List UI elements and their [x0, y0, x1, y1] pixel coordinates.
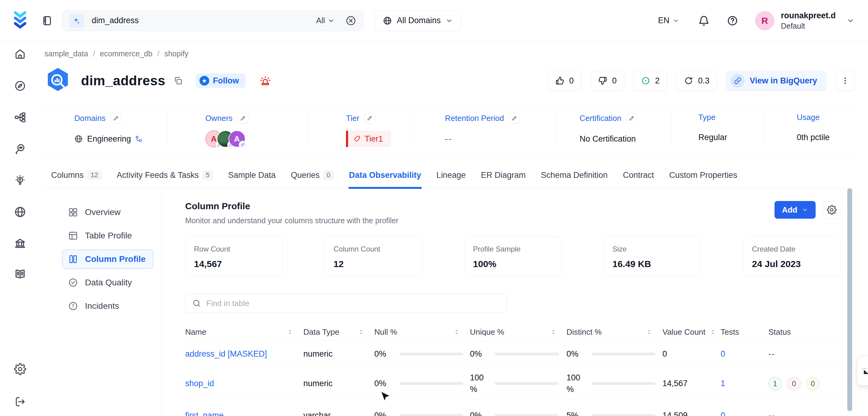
page-title: dim_address: [81, 73, 165, 88]
global-search[interactable]: All: [62, 10, 364, 31]
edit-pencil-icon[interactable]: [364, 113, 375, 124]
nav-data-quality[interactable]: Data Quality: [62, 273, 153, 292]
table-row[interactable]: address_id [MASKED] numeric 0% 0% 0% 0 0…: [185, 340, 841, 367]
check-circle-icon: [68, 278, 78, 288]
column-name-link[interactable]: first_name: [185, 411, 303, 416]
view-in-bigquery-button[interactable]: View in BigQuery: [726, 71, 827, 91]
find-in-table[interactable]: [185, 294, 507, 313]
col-header-distinct-pct[interactable]: Distinct %: [566, 327, 662, 337]
tab-er-diagram[interactable]: ER Diagram: [480, 167, 526, 189]
tab-activity-feeds[interactable]: Activity Feeds & Tasks5: [116, 167, 214, 189]
edit-pencil-icon[interactable]: [626, 113, 637, 124]
alert-siren-icon[interactable]: [259, 74, 272, 87]
sort-icon[interactable]: [288, 329, 292, 335]
domain-value[interactable]: Engineering: [74, 130, 167, 148]
clear-search-icon[interactable]: [345, 15, 356, 27]
tab-columns[interactable]: Columns12: [51, 167, 102, 189]
vertical-scrollbar[interactable]: [847, 188, 852, 411]
stat-created-date: Created Date24 Jul 2023: [743, 236, 841, 277]
sort-icon[interactable]: [359, 329, 363, 335]
column-name-link[interactable]: shop_id: [185, 379, 303, 388]
tests-link[interactable]: 0: [721, 411, 768, 416]
edit-pencil-icon[interactable]: [111, 113, 122, 124]
chevron-down-icon: [328, 17, 335, 24]
owner-avatar[interactable]: A: [228, 130, 246, 148]
stat-profile-sample: Profile Sample100%: [464, 236, 562, 277]
tests-link[interactable]: 0: [721, 349, 768, 359]
sort-icon[interactable]: [551, 329, 556, 335]
sort-icon[interactable]: [455, 329, 459, 335]
table-row[interactable]: first_name varchar 0% 0% 5% 14,509 0 --: [185, 399, 841, 416]
col-header-null-pct[interactable]: Null %: [374, 327, 470, 337]
follow-button[interactable]: ★ Follow: [196, 73, 246, 88]
owner-avatars[interactable]: A A: [205, 130, 246, 148]
insights-icon[interactable]: [13, 174, 27, 187]
nav-incidents[interactable]: Incidents: [62, 297, 153, 316]
column-profile-table: Name Data Type Null % Unique % Distinct …: [185, 324, 841, 416]
breadcrumb-connection[interactable]: sample_data: [44, 49, 88, 58]
language-dropdown[interactable]: EN: [658, 16, 679, 25]
tab-contract[interactable]: Contract: [622, 167, 654, 189]
tier-chip[interactable]: Tier1: [346, 131, 391, 147]
meta-type: Type Regular: [672, 113, 764, 148]
avatar: R: [755, 11, 774, 30]
status-warn-badge: 0: [806, 377, 819, 390]
freshness-button[interactable]: 0.3: [676, 71, 717, 91]
globe-nav-icon[interactable]: [13, 205, 27, 219]
edit-pencil-icon[interactable]: [509, 113, 520, 124]
tests-link[interactable]: 1: [721, 379, 768, 388]
col-header-status[interactable]: Status: [768, 327, 841, 337]
governance-icon[interactable]: [13, 236, 27, 250]
tab-queries[interactable]: Queries0: [290, 167, 334, 189]
tab-sample-data[interactable]: Sample Data: [227, 167, 276, 189]
col-header-name[interactable]: Name: [185, 327, 303, 337]
watchers-button[interactable]: 2: [633, 71, 667, 91]
kebab-menu-button[interactable]: [836, 71, 855, 91]
search-scope-dropdown[interactable]: All: [316, 16, 335, 25]
col-header-data-type[interactable]: Data Type: [303, 327, 374, 337]
column-name-link[interactable]: address_id [MASKED]: [185, 349, 303, 359]
settings-gear-icon[interactable]: [13, 362, 27, 376]
user-menu[interactable]: R rounakpreet.d Default: [755, 11, 855, 30]
help-icon[interactable]: [727, 15, 738, 27]
nav-overview[interactable]: Overview: [62, 203, 153, 222]
column-profile-main: Column Profile Monitor and understand yo…: [162, 189, 868, 416]
tab-schema-definition[interactable]: Schema Definition: [540, 167, 608, 189]
sort-icon[interactable]: [647, 329, 651, 335]
table-row[interactable]: shop_id numeric 0% 100 % 100 % 14,567 1 …: [185, 367, 841, 399]
breadcrumb-database[interactable]: ecommerce_db: [100, 49, 152, 58]
nav-table-profile[interactable]: Table Profile: [62, 226, 153, 245]
breadcrumb-schema[interactable]: shopify: [164, 49, 188, 58]
sidebar-toggle-icon[interactable]: [40, 13, 56, 29]
stat-row-count: Row Count14,567: [185, 236, 283, 277]
chevron-down-icon: [802, 206, 808, 213]
tab-custom-properties[interactable]: Custom Properties: [669, 167, 738, 189]
col-header-tests[interactable]: Tests: [721, 327, 768, 337]
bell-icon[interactable]: [698, 15, 710, 27]
search-input[interactable]: [92, 16, 316, 25]
profile-settings-gear-icon[interactable]: [823, 201, 841, 219]
edge-panel-handle[interactable]: [857, 356, 868, 386]
logout-icon[interactable]: [13, 395, 27, 408]
thumbs-up-icon: [555, 76, 564, 85]
lineage-icon[interactable]: [13, 110, 27, 124]
upvote-button[interactable]: 0: [548, 71, 581, 91]
discover-icon[interactable]: [13, 142, 27, 156]
col-header-value-count[interactable]: Value Count: [662, 327, 721, 337]
table-header-row: Name Data Type Null % Unique % Distinct …: [185, 324, 841, 340]
tab-data-observability[interactable]: Data Observability: [348, 167, 422, 189]
home-icon[interactable]: [13, 47, 27, 61]
add-button[interactable]: Add: [775, 201, 816, 219]
compass-icon[interactable]: [13, 79, 27, 93]
glossary-icon[interactable]: [13, 267, 27, 281]
tab-lineage[interactable]: Lineage: [436, 167, 466, 189]
sort-icon[interactable]: [711, 329, 715, 335]
domains-filter-dropdown[interactable]: All Domains: [375, 10, 461, 31]
col-header-unique-pct[interactable]: Unique %: [470, 327, 566, 337]
copy-icon[interactable]: [173, 76, 183, 86]
edit-pencil-icon[interactable]: [238, 113, 249, 124]
downvote-button[interactable]: 0: [591, 71, 624, 91]
find-in-table-input[interactable]: [206, 299, 500, 308]
nav-column-profile[interactable]: Column Profile: [62, 250, 153, 268]
atlan-logo[interactable]: [0, 11, 40, 30]
